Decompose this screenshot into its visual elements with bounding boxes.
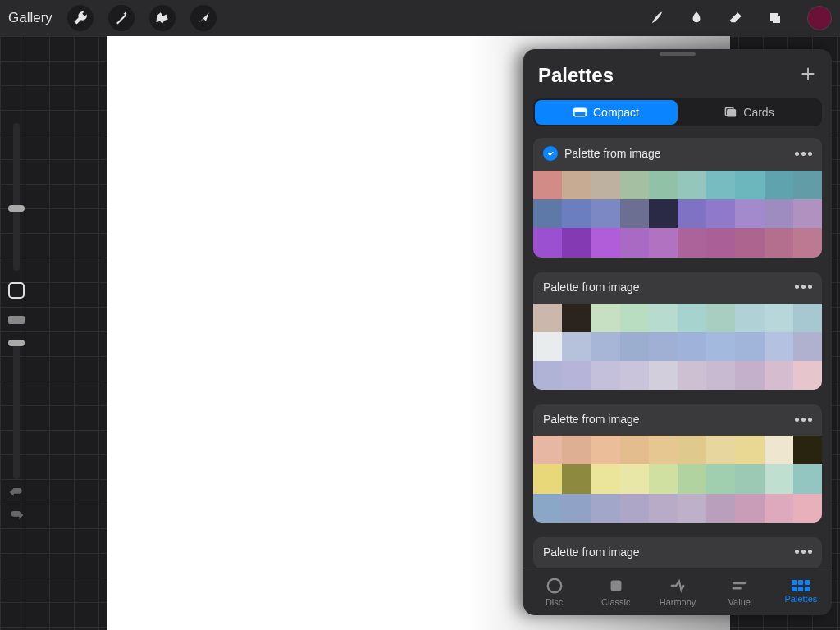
- square-outline-icon[interactable]: [7, 281, 26, 300]
- color-swatch[interactable]: [562, 199, 591, 228]
- color-swatch[interactable]: [735, 304, 764, 332]
- color-swatch[interactable]: [620, 464, 649, 493]
- tab-value[interactable]: Value: [709, 568, 770, 615]
- brush-size-slider[interactable]: [13, 123, 20, 271]
- palette-name[interactable]: Palette from image: [543, 413, 788, 426]
- color-swatch[interactable]: [591, 228, 619, 257]
- color-swatch[interactable]: [562, 436, 591, 464]
- color-swatch[interactable]: [620, 494, 649, 523]
- magic-icon[interactable]: [108, 5, 135, 31]
- color-swatch[interactable]: [562, 361, 591, 390]
- color-swatch[interactable]: [793, 171, 822, 199]
- color-swatch[interactable]: [620, 199, 649, 228]
- arrow-icon[interactable]: [190, 5, 217, 31]
- color-swatch[interactable]: [706, 304, 735, 332]
- color-swatch[interactable]: [533, 494, 562, 523]
- color-swatch[interactable]: [649, 304, 678, 332]
- color-swatch[interactable]: [735, 436, 764, 464]
- color-swatch[interactable]: [765, 464, 793, 493]
- color-swatch[interactable]: [533, 304, 562, 332]
- wrench-icon[interactable]: [67, 5, 94, 31]
- color-swatch[interactable]: [591, 304, 619, 332]
- redo-icon[interactable]: [8, 509, 25, 525]
- color-swatch[interactable]: [678, 436, 706, 464]
- tab-harmony[interactable]: Harmony: [646, 568, 708, 615]
- color-swatch[interactable]: [706, 228, 735, 257]
- add-palette-button[interactable]: [799, 65, 817, 86]
- compact-tab[interactable]: Compact: [535, 100, 678, 125]
- slider-thumb[interactable]: [8, 340, 25, 346]
- color-swatch[interactable]: [620, 304, 649, 332]
- color-swatch[interactable]: [649, 171, 678, 199]
- color-swatch[interactable]: [620, 436, 649, 464]
- color-swatch[interactable]: [765, 171, 793, 199]
- color-swatch[interactable]: [765, 228, 793, 257]
- gallery-button[interactable]: Gallery: [8, 10, 52, 26]
- color-swatch[interactable]: [591, 199, 619, 228]
- color-swatch[interactable]: [706, 436, 735, 464]
- color-swatch[interactable]: [793, 464, 822, 493]
- color-swatch[interactable]: [533, 228, 562, 257]
- square-fill-icon[interactable]: [7, 310, 26, 330]
- palette-list[interactable]: Palette from imagePalette from imagePale…: [523, 135, 832, 568]
- color-swatch[interactable]: [620, 228, 649, 257]
- slider-thumb[interactable]: [8, 205, 25, 212]
- color-swatch[interactable]: [533, 464, 562, 493]
- color-swatch[interactable]: [678, 361, 706, 390]
- color-swatch[interactable]: [735, 361, 764, 390]
- eraser-icon[interactable]: [728, 11, 743, 25]
- color-swatch[interactable]: [533, 361, 562, 390]
- color-swatch[interactable]: [735, 171, 764, 199]
- layers-icon[interactable]: [768, 11, 783, 25]
- undo-icon[interactable]: [8, 486, 25, 502]
- color-swatch[interactable]: [591, 332, 619, 361]
- color-swatch[interactable]: [793, 304, 822, 332]
- color-swatch[interactable]: [735, 494, 764, 523]
- color-swatch[interactable]: [735, 332, 764, 361]
- color-swatch[interactable]: [793, 332, 822, 361]
- color-swatch[interactable]: [591, 361, 619, 390]
- color-swatch[interactable]: [533, 171, 562, 199]
- smudge-icon[interactable]: [689, 11, 704, 25]
- more-icon[interactable]: [795, 152, 812, 156]
- color-swatch[interactable]: [649, 494, 678, 523]
- color-swatch[interactable]: [649, 228, 678, 257]
- color-swatch[interactable]: [678, 171, 706, 199]
- color-swatch[interactable]: [793, 494, 822, 523]
- color-swatch[interactable]: [678, 464, 706, 493]
- color-swatch[interactable]: [765, 332, 793, 361]
- color-swatch[interactable]: [533, 199, 562, 228]
- color-swatch[interactable]: [678, 332, 706, 361]
- color-swatch[interactable]: [591, 464, 619, 493]
- color-swatch[interactable]: [793, 228, 822, 257]
- color-swatch[interactable]: [562, 494, 591, 523]
- color-swatch[interactable]: [562, 228, 591, 257]
- color-swatch[interactable]: [533, 332, 562, 361]
- color-swatch[interactable]: [678, 199, 706, 228]
- drag-handle-icon[interactable]: [660, 52, 696, 56]
- color-swatch[interactable]: [678, 494, 706, 523]
- color-swatch[interactable]: [591, 494, 619, 523]
- select-icon[interactable]: [149, 5, 176, 31]
- color-swatch[interactable]: [649, 464, 678, 493]
- color-swatch[interactable]: [793, 361, 822, 390]
- color-swatch[interactable]: [765, 304, 793, 332]
- color-swatch[interactable]: [678, 304, 706, 332]
- color-swatch[interactable]: [591, 436, 619, 464]
- color-swatch[interactable]: [765, 199, 793, 228]
- color-swatch[interactable]: [735, 228, 764, 257]
- color-swatch[interactable]: [649, 199, 678, 228]
- color-swatch[interactable]: [793, 436, 822, 464]
- color-swatch[interactable]: [533, 436, 562, 464]
- palette-name[interactable]: Palette from image: [543, 546, 788, 559]
- tab-classic[interactable]: Classic: [585, 568, 646, 615]
- color-swatch[interactable]: [562, 332, 591, 361]
- color-swatch[interactable]: [678, 228, 706, 257]
- color-swatch[interactable]: [706, 199, 735, 228]
- color-swatch[interactable]: [793, 199, 822, 228]
- color-swatch[interactable]: [735, 199, 764, 228]
- color-swatch[interactable]: [765, 436, 793, 464]
- more-icon[interactable]: [795, 550, 812, 554]
- color-swatch[interactable]: [735, 464, 764, 493]
- color-swatch[interactable]: [706, 464, 735, 493]
